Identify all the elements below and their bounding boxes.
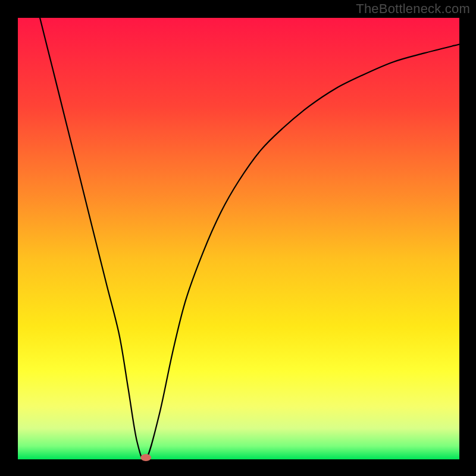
optimum-marker [140,454,151,461]
plot-background [18,18,459,459]
watermark-text: TheBottleneck.com [356,1,470,17]
chart-frame: TheBottleneck.com [0,0,476,476]
bottleneck-chart [0,0,476,476]
